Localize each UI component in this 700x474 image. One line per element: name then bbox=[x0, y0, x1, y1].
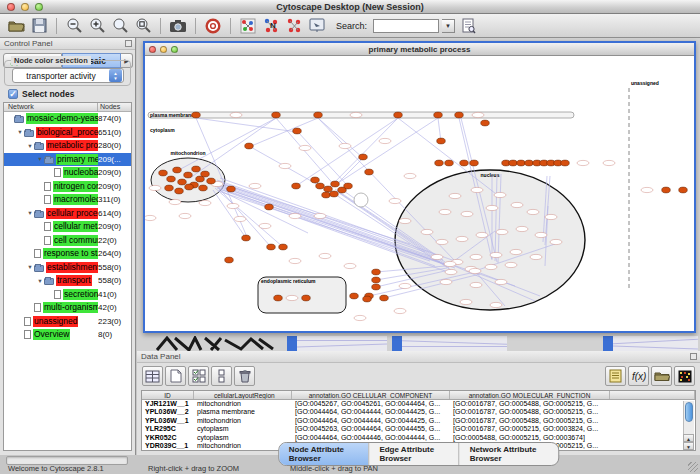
network-label-node[interactable] bbox=[354, 315, 366, 320]
network-label-node[interactable] bbox=[230, 112, 242, 117]
network-label-node[interactable] bbox=[641, 187, 653, 192]
network-node[interactable] bbox=[437, 138, 446, 144]
tree-row[interactable]: secretion41(0) bbox=[4, 288, 131, 302]
network-label-node[interactable] bbox=[472, 112, 484, 117]
network-label-node[interactable] bbox=[511, 202, 523, 207]
network-node[interactable] bbox=[470, 160, 479, 166]
network-edge[interactable] bbox=[216, 182, 410, 244]
network-label-node[interactable] bbox=[577, 160, 589, 165]
tree-row[interactable]: ▼primary metabo209(... bbox=[4, 153, 131, 167]
network-label-node[interactable] bbox=[249, 183, 261, 188]
network-label-node[interactable] bbox=[530, 254, 542, 259]
resize-grip[interactable] bbox=[688, 462, 698, 472]
delete-attribute-button[interactable] bbox=[234, 366, 255, 386]
expand-arrow-icon[interactable]: ▼ bbox=[36, 156, 44, 162]
network-label-node[interactable] bbox=[510, 249, 522, 254]
browser-tab[interactable]: Node Attribute Browser bbox=[279, 443, 370, 465]
network-node[interactable] bbox=[314, 112, 323, 118]
tree-row[interactable]: nucleobase-209(0) bbox=[4, 166, 131, 180]
network-label-node[interactable] bbox=[496, 229, 508, 234]
expand-arrow-icon[interactable]: ▼ bbox=[16, 129, 24, 135]
background-window-fragment[interactable] bbox=[392, 336, 507, 351]
network-label-node[interactable] bbox=[476, 232, 488, 237]
network-label-node[interactable] bbox=[603, 160, 615, 165]
network-minimize-button[interactable] bbox=[160, 46, 167, 53]
network-node[interactable] bbox=[196, 176, 205, 182]
float-panel-icon[interactable] bbox=[690, 353, 697, 360]
network-label-node[interactable] bbox=[289, 258, 301, 263]
table-column-header[interactable]: annotation.GO CELLULAR_COMPONENT bbox=[292, 391, 450, 399]
network-node[interactable] bbox=[509, 160, 518, 166]
network-label-node[interactable] bbox=[527, 209, 539, 214]
tree-row[interactable]: macromolecule311(0) bbox=[4, 193, 131, 207]
table-row[interactable]: YLR295Ccytoplasm[GO:0045263, GO:0044464,… bbox=[142, 425, 695, 433]
network-node[interactable] bbox=[165, 185, 174, 191]
network-node[interactable] bbox=[316, 183, 325, 189]
network-label-node[interactable] bbox=[149, 185, 161, 190]
minimize-button[interactable] bbox=[21, 3, 29, 11]
network-label-node[interactable] bbox=[535, 232, 547, 237]
network-label-node[interactable] bbox=[289, 213, 301, 218]
network-close-button[interactable] bbox=[149, 46, 156, 53]
attribute-matrix-button[interactable] bbox=[674, 366, 695, 386]
attribute-editor-button[interactable] bbox=[605, 366, 626, 386]
network-node[interactable] bbox=[435, 160, 444, 166]
network-node[interactable] bbox=[242, 235, 251, 241]
network-label-node[interactable] bbox=[469, 268, 481, 273]
tree-row[interactable]: nitrogen compo209(0) bbox=[4, 180, 131, 194]
expand-arrow-icon[interactable]: ▼ bbox=[26, 143, 34, 149]
network-edge[interactable] bbox=[276, 118, 335, 186]
zoom-out-button[interactable] bbox=[64, 16, 84, 36]
tree-row[interactable]: cellular metabo209(0) bbox=[4, 220, 131, 234]
tree-row[interactable]: ▼transport558(0) bbox=[4, 274, 131, 288]
open-file-button[interactable] bbox=[6, 16, 26, 36]
network-node[interactable] bbox=[455, 112, 464, 118]
network-label-node[interactable] bbox=[350, 112, 362, 117]
network-node[interactable] bbox=[394, 112, 403, 118]
network-node[interactable] bbox=[178, 179, 187, 185]
network-label-node[interactable] bbox=[279, 163, 291, 168]
table-row[interactable]: YPL036W__2plasma membrane[GO:0044464, GO… bbox=[142, 408, 695, 416]
network-node[interactable] bbox=[372, 277, 381, 283]
tree-row[interactable]: ▼metabolic process280(0) bbox=[4, 139, 131, 153]
network-node[interactable] bbox=[311, 177, 320, 183]
network-zoom-button[interactable] bbox=[171, 46, 178, 53]
tree-row[interactable]: response to stimulu264(0) bbox=[4, 247, 131, 261]
tree-row[interactable]: unassigned223(0) bbox=[4, 315, 131, 329]
network-node[interactable] bbox=[330, 191, 339, 197]
network-label-node[interactable] bbox=[179, 213, 191, 218]
tree-row[interactable]: ▼establishment of lo558(0) bbox=[4, 261, 131, 275]
network-label-node[interactable] bbox=[449, 193, 461, 198]
network-node[interactable] bbox=[324, 186, 333, 192]
network-node[interactable] bbox=[199, 185, 208, 191]
table-column-header[interactable]: annotation.GO MOLECULAR_FUNCTION bbox=[450, 391, 610, 399]
network-node[interactable] bbox=[201, 171, 210, 177]
scroll-down-button[interactable]: ▼ bbox=[683, 442, 694, 450]
network-label-node[interactable] bbox=[440, 279, 452, 284]
network-label-node[interactable] bbox=[486, 205, 498, 210]
help-button[interactable] bbox=[203, 16, 223, 36]
tree-row[interactable]: ▼cellular process614(0) bbox=[4, 207, 131, 221]
network-node[interactable] bbox=[184, 172, 193, 178]
network-node[interactable] bbox=[372, 284, 381, 290]
search-dropdown-button[interactable]: ▼ bbox=[442, 19, 455, 33]
network-label-node[interactable] bbox=[394, 308, 406, 313]
tree-column-network[interactable]: Network bbox=[4, 103, 98, 111]
network-node[interactable] bbox=[245, 143, 254, 149]
network-node[interactable] bbox=[434, 112, 443, 118]
function-builder-button[interactable]: f(x) bbox=[628, 366, 649, 386]
network-node[interactable] bbox=[460, 160, 469, 166]
network-node[interactable] bbox=[331, 181, 340, 187]
network-label-node[interactable] bbox=[199, 200, 211, 205]
network-node[interactable] bbox=[561, 160, 570, 166]
network-node[interactable] bbox=[159, 170, 168, 176]
network-label-node[interactable] bbox=[389, 198, 401, 203]
network-label-node[interactable] bbox=[470, 254, 482, 259]
show-labels-button[interactable]: N bbox=[261, 16, 281, 36]
advanced-search-button[interactable] bbox=[458, 16, 478, 36]
table-row[interactable]: YPL036W__1mitochondrion[GO:0044464, GO:0… bbox=[142, 417, 695, 425]
network-node[interactable] bbox=[279, 244, 288, 250]
network-node[interactable] bbox=[445, 160, 454, 166]
network-node[interactable] bbox=[481, 120, 490, 126]
select-nodes-checkbox[interactable]: ✓ bbox=[8, 89, 18, 99]
